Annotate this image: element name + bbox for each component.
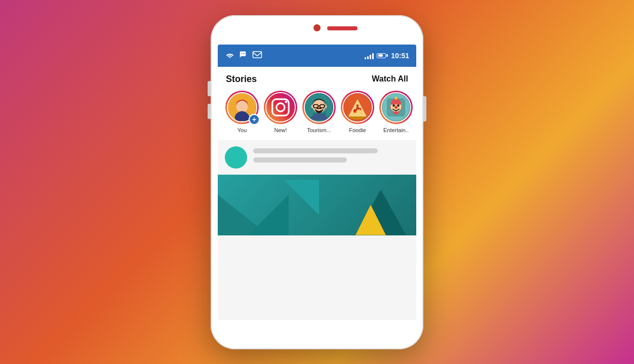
add-story-badge[interactable]: + — [249, 114, 260, 125]
story-label-new: New! — [274, 127, 287, 133]
story-label-foodie: Foodie — [349, 127, 366, 133]
story-avatar-foodie — [341, 91, 374, 124]
chat-icon — [239, 51, 248, 60]
svg-rect-7 — [267, 94, 294, 121]
status-bar: 10:51 — [218, 45, 416, 67]
story-avatar-tourism — [302, 91, 336, 124]
stories-header: Stories Watch All — [218, 67, 416, 89]
svg-point-35 — [394, 106, 397, 108]
watch-all-button[interactable]: Watch All — [372, 74, 408, 84]
story-item-tourism[interactable]: Tourism... — [302, 91, 336, 133]
battery-icon — [377, 53, 388, 58]
phone-wrapper: 10:51 Stories Watch All — [211, 15, 423, 349]
mail-icon — [252, 51, 262, 60]
svg-point-32 — [394, 97, 397, 99]
story-item-new[interactable]: New! — [263, 91, 298, 133]
power-button[interactable] — [423, 96, 426, 122]
story-avatar-instagram — [264, 91, 297, 124]
svg-rect-3 — [253, 52, 261, 58]
story-label-you: You — [237, 127, 247, 133]
status-icons-right: 10:51 — [365, 52, 409, 60]
story-item-foodie[interactable]: Foodie — [340, 91, 375, 133]
svg-point-27 — [361, 113, 362, 114]
feed-user-avatar — [225, 146, 247, 169]
svg-point-25 — [359, 109, 361, 111]
svg-point-33 — [392, 104, 395, 107]
phone-speaker — [327, 26, 358, 30]
volume-down-button[interactable] — [208, 104, 211, 119]
story-avatar-entertain — [379, 91, 413, 124]
story-label-tourism: Tourism... — [307, 127, 331, 133]
stories-row: + You — [218, 89, 416, 140]
story-item-entertain[interactable]: Entertain.. — [379, 91, 413, 133]
app-content: Stories Watch All — [218, 67, 416, 235]
feed-line-1 — [253, 148, 378, 153]
svg-point-34 — [397, 104, 400, 107]
svg-point-23 — [356, 104, 359, 107]
wifi-icon — [225, 51, 235, 61]
feed-line-2 — [253, 157, 347, 163]
svg-point-0 — [241, 53, 242, 54]
phone-camera — [313, 24, 321, 31]
svg-point-2 — [244, 53, 245, 54]
story-avatar-you: + — [225, 91, 259, 124]
svg-point-28 — [356, 106, 359, 109]
signal-icon — [365, 52, 374, 59]
svg-point-26 — [353, 113, 354, 114]
svg-point-12 — [312, 100, 325, 112]
svg-point-1 — [243, 53, 244, 54]
svg-point-24 — [355, 111, 358, 113]
stories-title: Stories — [226, 74, 257, 85]
story-label-entertain: Entertain.. — [383, 127, 409, 133]
feed-post-preview — [218, 140, 416, 175]
feed-text-placeholder — [253, 146, 409, 163]
svg-point-10 — [285, 100, 288, 103]
status-icons-left — [225, 51, 262, 61]
clock-time: 10:51 — [391, 52, 409, 60]
feed-image-preview — [218, 175, 416, 235]
volume-up-button[interactable] — [208, 81, 211, 96]
story-item-you[interactable]: + You — [225, 91, 259, 133]
geo-shape-5 — [284, 180, 319, 215]
phone-screen: 10:51 Stories Watch All — [218, 45, 416, 320]
